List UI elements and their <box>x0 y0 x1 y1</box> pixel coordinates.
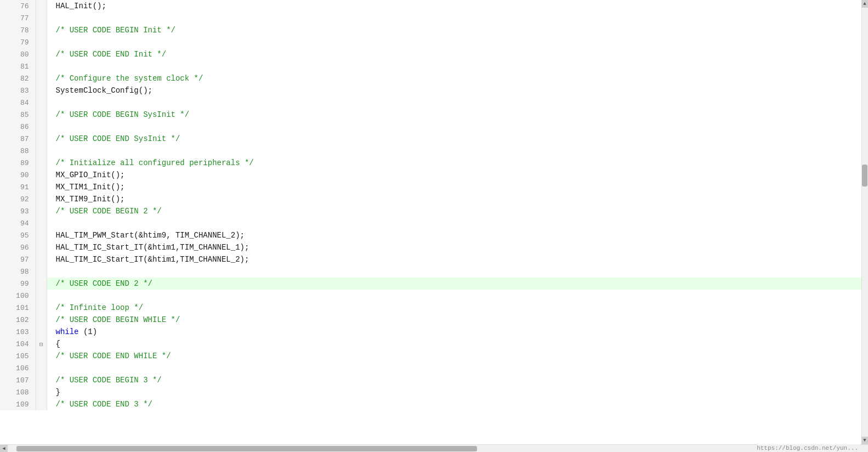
line-number: 76 <box>0 0 36 12</box>
code-comment: /* USER CODE END 2 */ <box>56 279 152 288</box>
code-cell <box>47 362 868 374</box>
code-cell: } <box>47 386 868 398</box>
code-cell: /* USER CODE END 2 */ <box>47 278 868 290</box>
horizontal-scrollbar[interactable]: ◀ ▶ https://blog.csdn.net/yun... <box>0 444 868 452</box>
line-number: 80 <box>0 48 36 60</box>
code-normal: HAL_Init(); <box>56 2 106 10</box>
code-cell: HAL_TIM_IC_Start_IT(&htim1,TIM_CHANNEL_2… <box>47 253 868 265</box>
line-number: 92 <box>0 193 36 205</box>
gutter-cell <box>36 362 47 374</box>
code-comment: /* Initialize all configured peripherals… <box>56 159 254 167</box>
line-number: 81 <box>0 60 36 72</box>
code-comment: /* Infinite loop */ <box>56 303 144 312</box>
gutter-cell <box>36 278 47 290</box>
gutter-cell <box>36 133 47 145</box>
code-cell: HAL_TIM_IC_Start_IT(&htim1,TIM_CHANNEL_1… <box>47 241 868 253</box>
gutter-cell <box>36 24 47 36</box>
code-cell <box>47 145 868 157</box>
line-number: 95 <box>0 229 36 241</box>
code-normal: MX_TIM1_Init(); <box>56 183 125 191</box>
line-number: 79 <box>0 36 36 48</box>
line-number: 84 <box>0 97 36 109</box>
code-keyword: while <box>56 327 79 336</box>
line-number: 103 <box>0 326 36 338</box>
code-normal: HAL_TIM_IC_Start_IT(&htim1,TIM_CHANNEL_2… <box>56 255 249 264</box>
gutter-cell <box>36 157 47 169</box>
code-main-area: 76 HAL_Init();77 78 /* USER CODE BEGIN I… <box>0 0 868 452</box>
gutter-cell[interactable]: ⊟ <box>36 338 47 350</box>
line-number: 82 <box>0 72 36 84</box>
scroll-left-arrow[interactable]: ◀ <box>0 445 8 453</box>
code-cell <box>47 217 868 229</box>
scrollbar-thumb-horizontal[interactable] <box>16 446 477 451</box>
code-cell <box>47 265 868 278</box>
line-number: 100 <box>0 290 36 302</box>
code-normal: HAL_TIM_PWM_Start(&htim9, TIM_CHANNEL_2)… <box>56 231 245 240</box>
code-comment: /* USER CODE END Init */ <box>56 50 167 59</box>
line-number: 104 <box>0 338 36 350</box>
code-cell: /* Initialize all configured peripherals… <box>47 157 868 169</box>
code-cell: MX_GPIO_Init(); <box>47 169 868 181</box>
line-number: 107 <box>0 374 36 386</box>
gutter-cell <box>36 374 47 386</box>
code-comment: /* USER CODE BEGIN 3 */ <box>56 376 162 385</box>
code-normal: SystemClock_Config(); <box>56 86 152 95</box>
scroll-down-arrow[interactable]: ▼ <box>861 437 868 444</box>
gutter-cell <box>36 314 47 326</box>
url-hint: https://blog.csdn.net/yun... <box>757 444 860 452</box>
code-comment: /* USER CODE END WHILE */ <box>56 352 171 360</box>
code-cell <box>47 12 868 24</box>
gutter-cell <box>36 398 47 410</box>
code-comment: /* USER CODE END 3 */ <box>56 400 152 409</box>
gutter-cell <box>36 145 47 157</box>
code-cell: /* USER CODE BEGIN 3 */ <box>47 374 868 386</box>
gutter-cell <box>36 36 47 48</box>
code-cell: /* USER CODE BEGIN SysInit */ <box>47 109 868 121</box>
line-number: 83 <box>0 84 36 97</box>
scroll-up-arrow[interactable]: ▲ <box>861 0 868 8</box>
vertical-scrollbar[interactable]: ▲ ▼ <box>861 0 868 452</box>
code-normal: HAL_TIM_IC_Start_IT(&htim1,TIM_CHANNEL_1… <box>56 243 249 252</box>
gutter-cell <box>36 253 47 265</box>
code-cell: MX_TIM1_Init(); <box>47 181 868 193</box>
code-comment: /* USER CODE END SysInit */ <box>56 134 180 143</box>
gutter-cell <box>36 181 47 193</box>
code-normal: } <box>56 388 60 397</box>
code-cell: while (1) <box>47 326 868 338</box>
code-cell: /* USER CODE END Init */ <box>47 48 868 60</box>
code-table: 76 HAL_Init();77 78 /* USER CODE BEGIN I… <box>0 0 868 410</box>
line-number: 106 <box>0 362 36 374</box>
code-comment: /* USER CODE BEGIN WHILE */ <box>56 315 180 324</box>
line-number: 78 <box>0 24 36 36</box>
code-cell: MX_TIM9_Init(); <box>47 193 868 205</box>
gutter-cell <box>36 48 47 60</box>
code-cell: SystemClock_Config(); <box>47 84 868 97</box>
gutter-cell <box>36 265 47 278</box>
code-cell <box>47 290 868 302</box>
gutter-cell <box>36 217 47 229</box>
gutter-cell <box>36 12 47 24</box>
line-number: 77 <box>0 12 36 24</box>
line-number: 102 <box>0 314 36 326</box>
line-number: 89 <box>0 157 36 169</box>
gutter-cell <box>36 290 47 302</box>
code-comment: /* Configure the system clock */ <box>56 74 203 83</box>
code-cell: /* USER CODE END WHILE */ <box>47 350 868 362</box>
code-cell: /* USER CODE END SysInit */ <box>47 133 868 145</box>
gutter-cell <box>36 97 47 109</box>
code-normal: (1) <box>79 327 98 336</box>
code-cell <box>47 97 868 109</box>
code-comment: /* USER CODE BEGIN Init */ <box>56 26 175 35</box>
code-cell: { <box>47 338 868 350</box>
gutter-cell <box>36 205 47 217</box>
gutter-cell <box>36 0 47 12</box>
gutter-cell <box>36 241 47 253</box>
line-number: 93 <box>0 205 36 217</box>
line-number: 85 <box>0 109 36 121</box>
code-comment: /* USER CODE BEGIN 2 */ <box>56 207 162 216</box>
scrollbar-thumb-vertical[interactable] <box>862 165 867 187</box>
code-comment: /* USER CODE BEGIN SysInit */ <box>56 110 190 119</box>
gutter-cell <box>36 193 47 205</box>
line-number: 109 <box>0 398 36 410</box>
code-cell <box>47 121 868 133</box>
